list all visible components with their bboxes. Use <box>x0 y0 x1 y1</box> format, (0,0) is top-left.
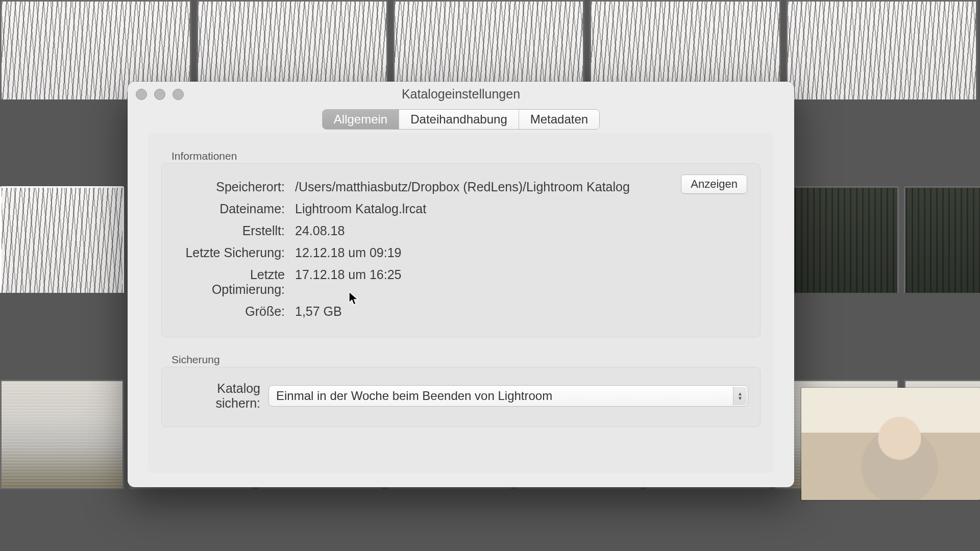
size-label: Größe: <box>174 304 285 319</box>
created-value: 24.08.18 <box>295 223 748 238</box>
filename-label: Dateiname: <box>174 202 285 216</box>
tab-file-handling[interactable]: Dateihandhabung <box>399 110 519 129</box>
last-backup-value: 12.12.18 um 09:19 <box>295 245 748 260</box>
zoom-icon[interactable] <box>173 89 184 100</box>
filename-value: Lightroom Katalog.lrcat <box>295 202 748 216</box>
size-value: 1,57 GB <box>295 304 748 319</box>
backup-frequency-select[interactable]: Einmal in der Woche beim Beenden von Lig… <box>268 385 748 407</box>
webcam-overlay <box>801 388 980 500</box>
location-value: /Users/matthiasbutz/Dropbox (RedLens)/Li… <box>295 180 748 194</box>
catalog-settings-dialog: Katalogeinstellungen Allgemein Dateihand… <box>128 82 794 487</box>
close-icon[interactable] <box>136 89 147 100</box>
location-label: Speicherort: <box>174 180 285 194</box>
info-card: Anzeigen Speicherort: /Users/matthiasbut… <box>161 163 761 337</box>
backup-frequency-value: Einmal in der Woche beim Beenden von Lig… <box>276 389 552 403</box>
titlebar: Katalogeinstellungen <box>128 82 794 106</box>
tab-bar: Allgemein Dateihandhabung Metadaten <box>322 109 600 130</box>
last-optimize-value: 17.12.18 um 16:25 <box>295 267 748 282</box>
select-stepper-icon[interactable]: ▲▼ <box>733 387 747 405</box>
section-label-info: Informationen <box>172 150 761 162</box>
last-backup-label: Letzte Sicherung: <box>174 245 285 260</box>
backup-frequency-label: Katalog sichern: <box>174 381 260 411</box>
created-label: Erstellt: <box>174 223 285 238</box>
backup-card: Katalog sichern: Einmal in der Woche bei… <box>161 367 761 427</box>
dialog-title: Katalogeinstellungen <box>128 87 794 102</box>
content-panel: Informationen Anzeigen Speicherort: /Use… <box>148 133 774 473</box>
minimize-icon[interactable] <box>154 89 165 100</box>
show-in-finder-button[interactable]: Anzeigen <box>681 174 747 194</box>
last-optimize-label: Letzte Optimierung: <box>174 267 285 297</box>
tab-metadata[interactable]: Metadaten <box>519 110 599 129</box>
section-label-backup: Sicherung <box>172 354 761 366</box>
tab-general[interactable]: Allgemein <box>323 110 399 129</box>
